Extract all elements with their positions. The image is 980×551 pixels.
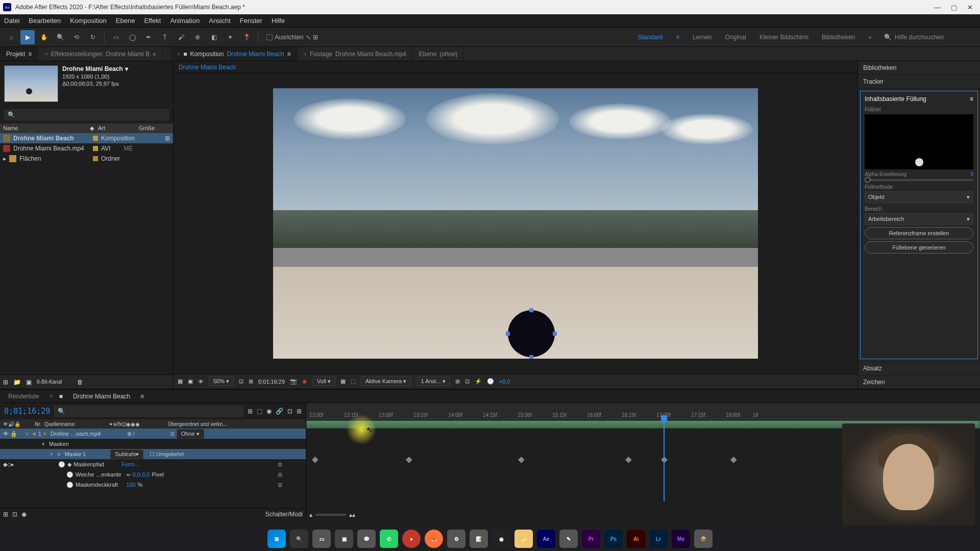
lightroom-icon[interactable]: Lr (649, 530, 668, 548)
selection-tool[interactable]: ▶ (20, 30, 35, 44)
close-icon[interactable]: × (44, 51, 47, 57)
new-folder-icon[interactable]: 📁 (13, 379, 21, 386)
expand-icon[interactable]: ▾ (50, 451, 53, 458)
expression-pick-icon[interactable]: ⊙ (278, 482, 282, 488)
mask-path-value[interactable]: Form… (121, 461, 140, 467)
time-ruler[interactable]: 12:00f 12:15f 13:00f 13:15f 14:00f 14:15… (306, 403, 980, 419)
taskbar-search[interactable]: 🔍 (290, 530, 308, 548)
zoom-in-icon[interactable]: ▴▴ (349, 511, 355, 518)
rect-tool[interactable]: ▭ (109, 30, 123, 44)
viewer-timecode[interactable]: 0;01;16;29 (258, 379, 285, 385)
col-nr[interactable]: Nr. (35, 421, 41, 427)
tab-tracker[interactable]: Tracker (858, 75, 980, 89)
timeline-search[interactable]: 🔍 (54, 406, 243, 417)
after-effects-icon[interactable]: Ae (537, 530, 555, 548)
roto-tool[interactable]: ✦ (223, 30, 237, 44)
expression-pick-icon[interactable]: ⊙ (278, 471, 282, 478)
layer-name[interactable]: Drohne …each.mp4 (48, 431, 125, 437)
media-encoder-icon[interactable]: Me (672, 530, 690, 548)
3d-icon[interactable]: ⬚ (351, 378, 356, 385)
stopwatch-icon[interactable]: 🕐 (58, 461, 65, 468)
taskbar-app[interactable]: 📦 (694, 530, 713, 548)
comp-breadcrumb[interactable]: Drohne Miami Beach (179, 64, 236, 71)
tl-opt-icon[interactable]: ◉ (266, 408, 272, 415)
color-mgmt-icon[interactable]: ◉ (302, 378, 307, 385)
snapshot-icon[interactable]: 📷 (290, 378, 297, 385)
tab-effect-settings[interactable]: × Effekteinstellungen Drohne Miami B » (38, 47, 162, 61)
tl-opt-icon[interactable]: ⬚ (257, 408, 262, 415)
type-tool[interactable]: T (158, 30, 172, 44)
workspace-standard[interactable]: Standard (638, 34, 663, 41)
mask-shape[interactable] (508, 310, 555, 357)
current-timecode[interactable]: 0;01;16;29 (4, 407, 50, 416)
alpha-slider-knob[interactable] (865, 177, 870, 183)
workspace-kleiner[interactable]: Kleiner Bildschirm (760, 34, 808, 41)
menu-hilfe[interactable]: Hilfe (272, 17, 285, 24)
transparency-icon[interactable]: ▦ (340, 378, 346, 385)
expand-icon[interactable]: ▾ (42, 441, 45, 447)
fast-preview-icon[interactable]: ⚡ (475, 378, 482, 385)
workspace-original[interactable]: Original (725, 34, 746, 41)
close-icon[interactable]: × (50, 393, 53, 400)
photoshop-icon[interactable]: Ps (604, 530, 623, 548)
exposure-value[interactable]: +0,0 (499, 379, 510, 385)
mask-handle-bottom[interactable] (529, 355, 533, 359)
menu-ebene[interactable]: Ebene (116, 17, 135, 24)
parent-dropdown[interactable]: Ohne ▾ (177, 429, 204, 439)
mask-opacity-value[interactable]: 100 (126, 482, 135, 488)
hand-tool[interactable]: ✋ (37, 30, 51, 44)
create-reference-frame-button[interactable]: Referenzframe erstellen (865, 227, 973, 239)
project-search[interactable]: 🔍 (4, 109, 169, 120)
res-toggle-icon[interactable]: ⊡ (239, 378, 243, 385)
tl-opt-icon[interactable]: 🔗 (276, 408, 283, 415)
menu-datei[interactable]: Datei (4, 17, 19, 24)
clone-tool[interactable]: ⊕ (190, 30, 205, 44)
tab-zeichen[interactable]: Zeichen (858, 375, 980, 389)
project-item-comp[interactable]: Drohne Miami Beach Komposition ⊞ (0, 133, 173, 143)
illustrator-icon[interactable]: Ai (627, 530, 645, 548)
obs-icon[interactable]: ◉ (492, 530, 510, 548)
keyframe[interactable] (730, 457, 737, 463)
whatsapp-icon[interactable]: ✆ (380, 530, 398, 548)
explorer-icon[interactable]: 📁 (514, 530, 533, 548)
start-button[interactable]: ⊞ (267, 530, 286, 548)
mask-opacity-row[interactable]: 🕐 Maskendeckkraft 100 % ⊙ (0, 480, 306, 490)
panel-menu-icon[interactable]: ≡ (970, 95, 973, 103)
task-view[interactable]: ▭ (312, 530, 331, 548)
menu-fenster[interactable]: Fenster (240, 17, 262, 24)
pixel-aspect-icon[interactable]: ⊡ (465, 378, 470, 385)
mask-feather-value[interactable]: 0,0,0,0 (133, 471, 150, 478)
tab-footage[interactable]: × Footage Drohne Miami Beach.mp4 (298, 47, 413, 61)
new-comp-icon[interactable]: ▣ (26, 379, 32, 386)
tab-render-queue[interactable]: Renderliste (4, 393, 43, 400)
viewer-canvas[interactable] (174, 73, 857, 373)
zoom-tool[interactable]: 🔍 (53, 30, 67, 44)
record-icon[interactable]: ● (402, 530, 421, 548)
taskbar-app[interactable]: ⚙ (447, 530, 465, 548)
workspace-bibliotheken[interactable]: Bibliotheken (822, 34, 855, 41)
masks-group-row[interactable]: ▾ Masken (0, 439, 306, 449)
taskbar-app[interactable]: ✎ (559, 530, 578, 548)
keyframe[interactable] (406, 457, 412, 463)
tl-opt-icon[interactable]: ⊞ (297, 408, 302, 415)
bit-depth-button[interactable]: 8-Bit-Kanal (37, 379, 62, 385)
parent-pick-icon[interactable]: ⊙ (170, 431, 175, 437)
menu-animation[interactable]: Animation (170, 17, 200, 24)
menu-bearbeiten[interactable]: Bearbeiten (29, 17, 61, 24)
tab-comp[interactable]: × ■ Komposition Drohne Miami Beach ≡ (171, 47, 298, 61)
toggle-switches-icon[interactable]: ⊞ (3, 511, 8, 518)
rotate-tool[interactable]: ↻ (86, 30, 100, 44)
views-dropdown[interactable]: 1 Ansi... ▾ (416, 377, 450, 386)
keyframe[interactable] (518, 457, 525, 463)
keyframe[interactable] (312, 457, 318, 463)
comp-title[interactable]: Drohne Miami Beach▾ (62, 65, 128, 72)
minimize-button[interactable]: — (934, 4, 941, 11)
zoom-dropdown[interactable]: 50% ▾ (209, 377, 234, 386)
mask-handle-top[interactable] (529, 308, 533, 312)
motion-blur-icon[interactable]: ◉ (21, 511, 27, 518)
tab-project[interactable]: Projekt≡ (0, 47, 38, 61)
premiere-icon[interactable]: Pr (582, 530, 600, 548)
tab-absatz[interactable]: Absatz (858, 361, 980, 375)
view-opt-icon[interactable]: ⊞ (455, 378, 460, 385)
tl-opt-icon[interactable]: ⊡ (287, 408, 292, 415)
